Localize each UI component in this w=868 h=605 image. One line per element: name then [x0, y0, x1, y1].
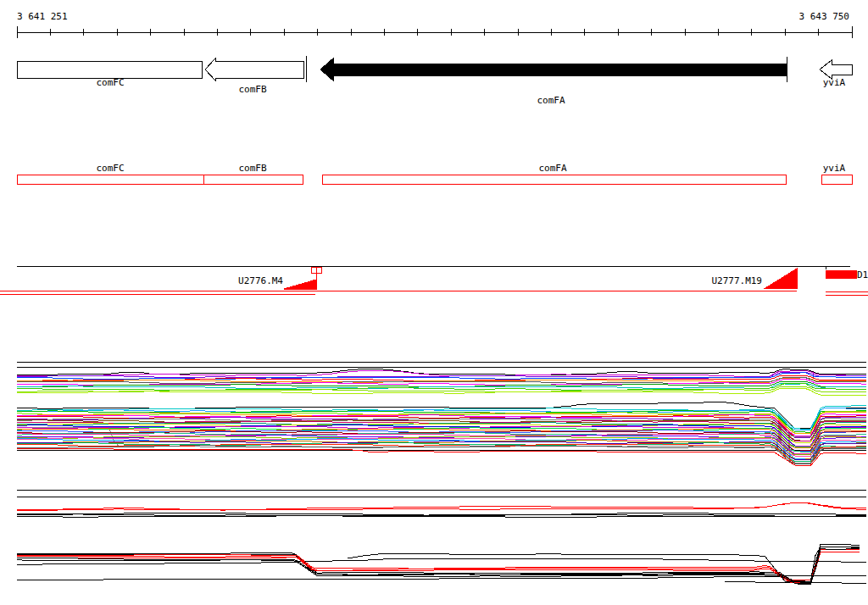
- expression-panel-1: [17, 362, 866, 466]
- cds-label-comFC: comFC: [96, 163, 124, 174]
- gene-label-yviA: yviA: [823, 77, 846, 88]
- expression-panel-3: [17, 545, 866, 586]
- cds-label-comFB: comFB: [238, 163, 266, 174]
- marker-feature-track: U2776.M4U2777.M19D1: [0, 266, 868, 295]
- cds-box-comFB[interactable]: [203, 175, 303, 184]
- ruler-start-coordinate: 3 641 251: [17, 11, 68, 22]
- profile-line: [17, 547, 860, 584]
- profile-line: [17, 516, 866, 518]
- cds-box-yviA[interactable]: [821, 175, 852, 184]
- profile-line: [17, 514, 866, 517]
- cds-label-comFA: comFA: [538, 163, 566, 174]
- ramp-label-U2777.M19: U2777.M19: [711, 275, 762, 286]
- feature-block-label: D1: [857, 269, 868, 280]
- gene-arrow-yviA[interactable]: [820, 60, 852, 79]
- feature-block-d1[interactable]: [826, 270, 856, 278]
- cds-box-track: comFCcomFBcomFAyviA: [17, 163, 852, 184]
- gene-annotation-track: comFCcomFBcomFAyviA: [17, 56, 852, 106]
- cds-box-comFA[interactable]: [322, 175, 786, 184]
- browser-canvas: 3 641 251 3 643 750 comFCcomFBcomFAyviA …: [0, 0, 868, 605]
- ramp-label-U2776.M4: U2776.M4: [238, 275, 283, 286]
- ruler-end-coordinate: 3 643 750: [798, 11, 849, 22]
- cds-label-yviA: yviA: [823, 163, 846, 174]
- coordinate-ruler: [17, 26, 852, 38]
- gene-label-comFB: comFB: [238, 84, 266, 95]
- probe-ramp-U2776.M4[interactable]: [284, 280, 316, 289]
- profile-line: [17, 449, 866, 466]
- genome-browser-window: 3 641 251 3 643 750 comFCcomFBcomFAyviA …: [0, 0, 868, 605]
- profile-line: [17, 446, 866, 464]
- probe-ramp-U2777.M19[interactable]: [765, 269, 797, 288]
- expression-panel-2: [17, 490, 866, 518]
- cds-box-comFC[interactable]: [17, 175, 203, 184]
- gene-label-comFC: comFC: [96, 77, 124, 88]
- gene-arrow-comFC[interactable]: [17, 61, 202, 78]
- profile-line: [17, 371, 866, 377]
- gene-arrow-comFB[interactable]: [205, 58, 303, 80]
- gene-arrow-comFA[interactable]: [320, 58, 787, 80]
- profile-line: [17, 545, 860, 582]
- gene-label-comFA: comFA: [537, 95, 565, 106]
